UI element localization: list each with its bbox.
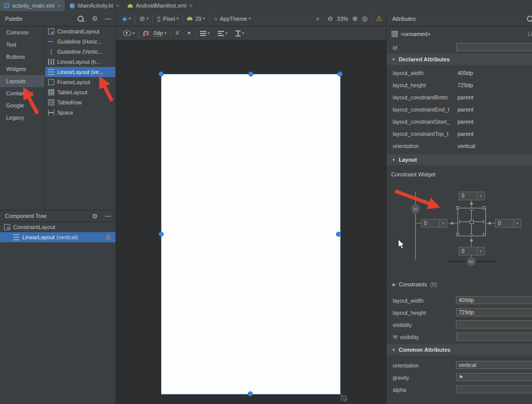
handle-bottom[interactable] bbox=[248, 391, 253, 396]
tab-main-activity[interactable]: C MainActivity.kt × bbox=[65, 0, 124, 11]
constraint-anchor-top-right[interactable] bbox=[483, 206, 486, 209]
clear-constraints-icon[interactable]: ✗ bbox=[175, 30, 179, 36]
constraints-row[interactable]: ▶ Constraints (5) bbox=[387, 278, 532, 290]
design-surface-icon[interactable]: ◈ bbox=[122, 15, 127, 22]
zoom-fit-icon[interactable]: ◎ bbox=[362, 15, 367, 22]
palette-category-google[interactable]: Google bbox=[0, 99, 45, 112]
chevron-down-icon[interactable]: ▾ bbox=[133, 31, 135, 35]
gear-icon[interactable]: ⚙ bbox=[92, 212, 98, 220]
palette-category-legacy[interactable]: Legacy bbox=[0, 112, 45, 124]
handle-top[interactable] bbox=[248, 71, 253, 77]
constraint-anchor-bottom-left[interactable] bbox=[456, 233, 459, 236]
close-icon[interactable]: × bbox=[189, 3, 193, 9]
layout-height-input[interactable]: 729dp bbox=[456, 308, 532, 316]
tools-visibility-input[interactable] bbox=[456, 333, 532, 341]
chevron-down-icon[interactable]: ▾ bbox=[439, 219, 447, 227]
view-options-icon[interactable] bbox=[123, 30, 131, 36]
tab-android-manifest[interactable]: AndroidManifest.xml × bbox=[124, 0, 197, 11]
left-margin-dropdown[interactable]: 0 ▾ bbox=[421, 219, 447, 228]
attr-row[interactable]: layout_constraintEnd_tparent bbox=[387, 103, 532, 116]
search-icon[interactable] bbox=[527, 16, 532, 22]
chevron-down-icon[interactable]: ▾ bbox=[146, 16, 148, 21]
chevron-down-icon[interactable]: ▾ bbox=[164, 31, 166, 35]
chevron-down-icon[interactable]: ▾ bbox=[513, 219, 521, 227]
palette-item-framelayout[interactable]: FrameLayout bbox=[45, 77, 116, 87]
orientation-input[interactable]: vertical bbox=[456, 361, 532, 369]
attr-row[interactable]: layout_width409dp bbox=[387, 67, 532, 79]
attr-row[interactable]: layout_height729dp bbox=[387, 79, 532, 91]
search-icon[interactable] bbox=[78, 16, 84, 22]
handle-left[interactable] bbox=[159, 232, 164, 237]
tab-activity-main[interactable]: activity_main.xml × bbox=[0, 0, 65, 11]
zoom-out-icon[interactable]: ⊖ bbox=[327, 15, 333, 22]
palette-item-guideline-vertical[interactable]: Guideline (Vertic... bbox=[45, 47, 116, 57]
id-input[interactable] bbox=[456, 43, 532, 51]
constraint-anchor-top-left[interactable] bbox=[456, 206, 459, 209]
attr-row[interactable]: layout_constraintTop_tparent bbox=[387, 128, 532, 140]
right-margin-dropdown[interactable]: 0 ▾ bbox=[495, 219, 521, 228]
chevron-down-icon[interactable]: ▾ bbox=[208, 31, 210, 35]
close-icon[interactable]: × bbox=[116, 3, 119, 9]
layout-width-input[interactable]: 409dp bbox=[456, 296, 532, 304]
expand-icon[interactable]: ▶ bbox=[393, 282, 396, 287]
visibility-input[interactable] bbox=[456, 320, 532, 328]
top-margin-dropdown[interactable]: 0 ▾ bbox=[459, 192, 485, 200]
theme-name[interactable]: AppTheme bbox=[220, 16, 247, 22]
device-name[interactable]: Pixel bbox=[163, 16, 175, 22]
default-margins[interactable]: 0dp bbox=[154, 30, 163, 36]
vertical-bias-slider[interactable] bbox=[415, 192, 416, 260]
section-common-attributes[interactable]: ▼ Common Attributes bbox=[387, 344, 532, 355]
close-icon[interactable]: × bbox=[58, 3, 61, 9]
palette-category-containers[interactable]: Containers bbox=[0, 87, 45, 99]
palette-category-common[interactable]: Common bbox=[0, 26, 45, 39]
attr-row[interactable]: layout_constraintBottoparent bbox=[387, 91, 532, 103]
warning-icon[interactable]: ⚠ bbox=[376, 15, 382, 22]
chevron-down-icon[interactable]: ▾ bbox=[129, 16, 131, 21]
handle-top-right[interactable] bbox=[337, 71, 343, 77]
palette-item-tablerow[interactable]: TableRow bbox=[45, 97, 116, 107]
attr-row[interactable]: orientationvertical bbox=[387, 140, 532, 152]
minimize-icon[interactable]: — bbox=[105, 15, 111, 22]
zoom-in-icon[interactable]: ⊕ bbox=[352, 15, 358, 22]
gear-icon[interactable]: ⚙ bbox=[92, 15, 98, 22]
chevron-down-icon[interactable]: ▾ bbox=[477, 247, 484, 255]
palette-category-buttons[interactable]: Buttons bbox=[0, 51, 45, 63]
palette-item-linearlayout-vertical[interactable]: LinearLayout (ve... bbox=[45, 67, 116, 77]
chevron-down-icon[interactable]: ▾ bbox=[477, 192, 484, 200]
align-icon[interactable] bbox=[218, 31, 224, 36]
alpha-input[interactable] bbox=[456, 385, 532, 393]
chevron-down-icon[interactable]: ▾ bbox=[176, 16, 178, 21]
linearlayout-canvas[interactable] bbox=[161, 74, 340, 394]
palette-category-text[interactable]: Text bbox=[0, 39, 45, 51]
autoconnect-off-icon[interactable] bbox=[143, 31, 148, 35]
chevron-down-icon[interactable]: ▾ bbox=[249, 16, 251, 21]
guidelines-icon[interactable] bbox=[200, 31, 206, 36]
attr-row[interactable]: layout_constraintStart_parent bbox=[387, 116, 532, 128]
chevron-down-icon[interactable]: ▾ bbox=[225, 31, 227, 35]
palette-item-space[interactable]: Space bbox=[45, 107, 116, 118]
bottom-margin-dropdown[interactable]: 0 ▾ bbox=[459, 247, 485, 255]
chevron-down-icon[interactable]: ▾ bbox=[203, 16, 205, 21]
handle-top-left[interactable] bbox=[159, 71, 164, 77]
section-declared-attributes[interactable]: ▼ Declared Attributes bbox=[387, 54, 532, 65]
constraint-anchor-bottom-right[interactable] bbox=[483, 233, 486, 236]
vertical-bias-value[interactable]: 50 bbox=[411, 204, 420, 213]
infer-constraints-icon[interactable]: ✶ bbox=[187, 30, 192, 36]
palette-item-guideline-horizontal[interactable]: Guideline (Horiz... bbox=[45, 36, 116, 47]
chevron-down-icon[interactable]: ▾ bbox=[242, 31, 244, 35]
tree-item-linearlayout[interactable]: LinearLayout (vertical) ⚠ bbox=[0, 232, 116, 242]
tree-item-constraintlayout[interactable]: ConstraintLayout bbox=[0, 222, 116, 232]
warning-icon[interactable]: ⚠ bbox=[105, 234, 111, 241]
pack-icon[interactable] bbox=[236, 30, 241, 36]
palette-item-linearlayout-horizontal[interactable]: LinearLayout (h... bbox=[45, 57, 116, 67]
palette-category-widgets[interactable]: Widgets bbox=[0, 63, 45, 75]
overflow-chevrons-icon[interactable]: » bbox=[316, 15, 319, 22]
constraint-widget-center[interactable] bbox=[470, 220, 474, 224]
handle-right[interactable] bbox=[336, 232, 341, 237]
gravity-input[interactable]: ⚑ bbox=[456, 373, 532, 381]
palette-item-tablelayout[interactable]: TableLayout bbox=[45, 87, 116, 97]
canvas-resize-handle[interactable] bbox=[340, 395, 347, 401]
horizontal-bias-value[interactable]: 50 bbox=[467, 257, 476, 266]
palette-category-layouts[interactable]: Layouts bbox=[0, 75, 45, 87]
system-ui-icon[interactable]: ⊘ bbox=[139, 15, 145, 22]
